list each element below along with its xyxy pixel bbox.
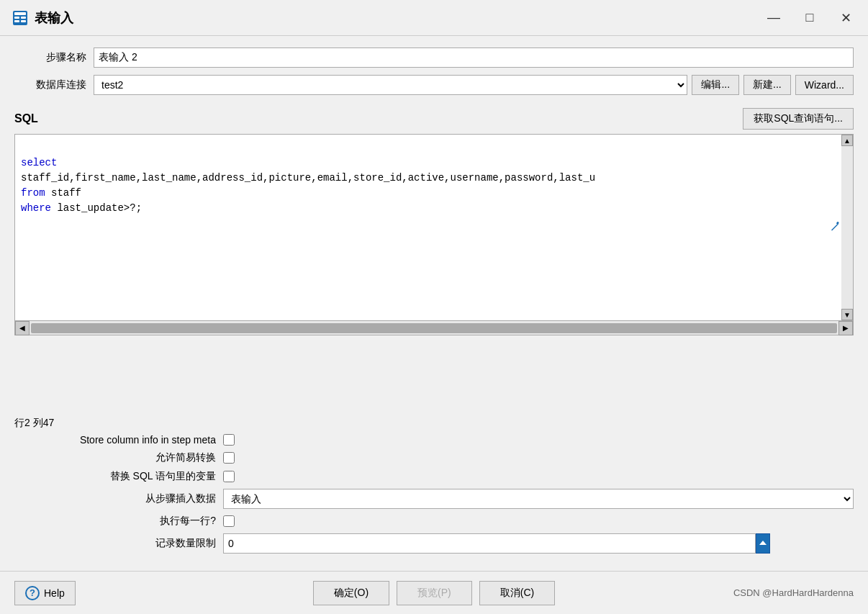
sql-section: SQL 获取SQL查询语句... select staff_id,first_n…: [14, 108, 854, 412]
sql-label: SQL: [14, 112, 38, 125]
new-button[interactable]: 新建...: [743, 75, 791, 95]
edit-button[interactable]: 编辑...: [692, 75, 739, 95]
insert-from-row: 从步骤插入数据 表输入: [14, 489, 854, 509]
scroll-left-arrow[interactable]: ◀: [15, 321, 30, 335]
window-controls: — □ ✕: [763, 7, 856, 29]
scroll-up-arrow[interactable]: ▲: [841, 135, 853, 146]
svg-marker-7: [759, 541, 767, 545]
confirm-button[interactable]: 确定(O): [313, 581, 389, 605]
db-connection-label: 数据库连接: [14, 78, 86, 91]
footer-left: ? Help: [14, 581, 294, 605]
insert-from-select[interactable]: 表输入: [223, 489, 854, 509]
record-limit-spinner[interactable]: [756, 533, 770, 554]
minimize-button[interactable]: —: [763, 7, 785, 29]
window-title: 表输入: [35, 9, 763, 27]
get-sql-button[interactable]: 获取SQL查询语句...: [743, 108, 854, 130]
preview-button[interactable]: 预览(P): [397, 581, 472, 605]
store-column-label: Store column info in step meta: [14, 434, 216, 446]
record-limit-label: 记录数量限制: [14, 537, 216, 550]
svg-rect-3: [21, 17, 26, 19]
step-name-input[interactable]: [94, 48, 854, 68]
sql-editor-wrapper: select staff_id,first_name,last_name,add…: [14, 134, 854, 321]
scroll-right-arrow[interactable]: ▶: [838, 321, 853, 335]
store-column-checkbox[interactable]: [223, 434, 235, 446]
execute-each-label: 执行每一行?: [14, 515, 216, 528]
execute-each-row: 执行每一行?: [14, 515, 854, 528]
svg-rect-2: [14, 17, 19, 19]
watermark: CSDN @HardHardHardenna: [733, 587, 854, 598]
replace-sql-label: 替换 SQL 语句里的变量: [14, 470, 216, 483]
footer-right: CSDN @HardHardHardenna: [574, 587, 854, 598]
footer: ? Help 确定(O) 预览(P) 取消(C) CSDN @HardHardH…: [0, 571, 868, 614]
cursor-position: 行2 列47: [14, 417, 854, 430]
sql-code-display[interactable]: select staff_id,first_name,last_name,add…: [15, 135, 840, 320]
svg-point-6: [837, 222, 839, 224]
svg-rect-4: [14, 20, 19, 22]
svg-rect-1: [14, 12, 26, 15]
sql-horizontal-scrollbar[interactable]: ◀ ▶: [14, 321, 854, 335]
replace-sql-checkbox[interactable]: [223, 471, 235, 482]
allow-simple-row: 允许简易转换: [14, 451, 854, 464]
replace-sql-row: 替换 SQL 语句里的变量: [14, 470, 854, 483]
help-button[interactable]: ? Help: [14, 581, 76, 605]
options-section: Store column info in step meta 允许简易转换 替换…: [14, 434, 854, 554]
sql-vertical-scrollbar[interactable]: ▲ ▼: [841, 135, 853, 320]
cancel-button[interactable]: 取消(C): [479, 581, 555, 605]
magic-wand-icon: [830, 222, 840, 234]
insert-from-label: 从步骤插入数据: [14, 492, 216, 505]
db-connection-row: 数据库连接 test2 编辑... 新建... Wizard...: [14, 75, 854, 95]
maximize-button[interactable]: □: [799, 7, 820, 29]
content-area: 步骤名称 数据库连接 test2 编辑... 新建... Wizard... S…: [0, 36, 868, 571]
footer-center: 确定(O) 预览(P) 取消(C): [294, 581, 574, 605]
step-name-row: 步骤名称: [14, 48, 854, 68]
allow-simple-label: 允许简易转换: [14, 451, 216, 464]
record-limit-input[interactable]: [223, 533, 756, 554]
record-limit-row: 记录数量限制: [14, 533, 854, 554]
execute-each-checkbox[interactable]: [223, 515, 235, 527]
store-column-row: Store column info in step meta: [14, 434, 854, 446]
scroll-down-arrow[interactable]: ▼: [841, 309, 853, 320]
sql-header: SQL 获取SQL查询语句...: [14, 108, 854, 130]
wizard-button[interactable]: Wizard...: [795, 75, 854, 95]
title-bar: 表输入 — □ ✕: [0, 0, 868, 36]
db-connection-select[interactable]: test2: [94, 75, 687, 95]
close-button[interactable]: ✕: [835, 7, 856, 29]
help-label: Help: [44, 587, 65, 599]
scroll-track[interactable]: [31, 323, 837, 333]
allow-simple-checkbox[interactable]: [223, 452, 235, 464]
main-window: 表输入 — □ ✕ 步骤名称 数据库连接 test2 编辑... 新建... W…: [0, 0, 868, 614]
svg-rect-5: [21, 20, 26, 22]
record-limit-wrapper: [223, 533, 770, 554]
app-icon: [12, 9, 29, 27]
step-name-label: 步骤名称: [14, 51, 86, 64]
help-icon: ?: [25, 586, 40, 600]
